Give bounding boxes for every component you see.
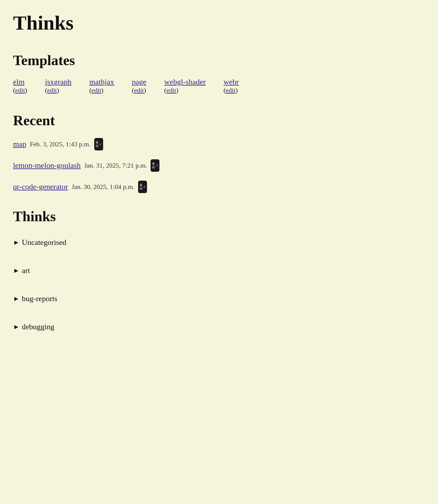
template-edit-link-page[interactable]: edit (134, 86, 144, 94)
template-link-mathjax[interactable]: mathjax (89, 78, 114, 86)
open-paren: ( (45, 86, 47, 94)
category-item-uncategorised[interactable]: ►Uncategorised (13, 234, 425, 251)
recent-section: Recent mapFeb. 3, 2025, 1:43 p.m.备份✓lemo… (13, 112, 425, 193)
category-arrow-uncategorised: ► (13, 239, 20, 246)
recent-date-map: Feb. 3, 2025, 1:43 p.m. (30, 140, 91, 148)
template-edit-row-webgl-shader: (edit) (164, 86, 206, 94)
template-edit-link-webr[interactable]: edit (226, 86, 235, 94)
category-name-art: art (22, 266, 30, 275)
recent-item-map: mapFeb. 3, 2025, 1:43 p.m.备份✓ (13, 138, 425, 150)
template-item-elm: elm(edit) (13, 78, 27, 94)
open-paren: ( (89, 86, 91, 94)
template-link-jsxgraph[interactable]: jsxgraph (45, 78, 72, 86)
template-edit-row-webr: (edit) (223, 86, 239, 94)
category-divider (13, 256, 425, 257)
recent-date-lemon-melon-goulash: Jan. 31, 2025, 7:21 p.m. (84, 162, 147, 169)
template-edit-link-webgl-shader[interactable]: edit (166, 86, 176, 94)
recent-link-qr-code-generator[interactable]: qr-code-generator (13, 182, 68, 191)
backup-badge-map: 备份✓ (94, 138, 103, 150)
template-edit-row-jsxgraph: (edit) (45, 86, 72, 94)
category-arrow-bug-reports: ► (13, 295, 20, 303)
template-item-jsxgraph: jsxgraph(edit) (45, 78, 72, 94)
category-divider (13, 313, 425, 313)
category-arrow-art: ► (13, 267, 20, 275)
template-link-webr[interactable]: webr (223, 78, 239, 86)
category-name-bug-reports: bug-reports (22, 294, 57, 303)
recent-link-lemon-melon-goulash[interactable]: lemon-melon-goulash (13, 161, 81, 170)
template-link-page[interactable]: page (132, 78, 146, 86)
recent-date-qr-code-generator: Jan. 30, 2025, 1:04 p.m. (72, 183, 135, 191)
template-item-page: page(edit) (132, 78, 146, 94)
backup-badge-qr-code-generator: 备份✓ (138, 181, 147, 193)
recent-heading: Recent (13, 112, 425, 129)
category-arrow-debugging: ► (13, 323, 20, 331)
close-paren: ) (144, 86, 146, 94)
close-paren: ) (101, 86, 103, 94)
close-paren: ) (176, 86, 178, 94)
thinks-section: Thinks ►Uncategorised►art►bug-reports►de… (13, 208, 425, 336)
templates-section: Templates elm(edit)jsxgraph(edit)mathjax… (13, 52, 425, 97)
template-item-mathjax: mathjax(edit) (89, 78, 114, 94)
recent-link-map[interactable]: map (13, 140, 26, 149)
template-link-webgl-shader[interactable]: webgl-shader (164, 78, 206, 86)
templates-grid: elm(edit)jsxgraph(edit)mathjax(edit)page… (13, 78, 425, 97)
category-item-debugging[interactable]: ►debugging (13, 318, 425, 336)
close-paren: ) (235, 86, 237, 94)
close-paren: ) (25, 86, 27, 94)
close-paren: ) (57, 86, 59, 94)
template-link-elm[interactable]: elm (13, 78, 27, 86)
templates-heading: Templates (13, 52, 425, 69)
thinks-categories: ►Uncategorised►art►bug-reports►debugging (13, 234, 425, 336)
template-edit-link-elm[interactable]: edit (15, 86, 25, 94)
category-item-bug-reports[interactable]: ►bug-reports (13, 290, 425, 307)
backup-badge-lemon-melon-goulash: 备份✗ (151, 159, 159, 172)
recent-item-lemon-melon-goulash: lemon-melon-goulashJan. 31, 2025, 7:21 p… (13, 159, 425, 172)
template-edit-row-elm: (edit) (13, 86, 27, 94)
thinks-heading: Thinks (13, 208, 425, 225)
category-name-uncategorised: Uncategorised (22, 238, 66, 247)
template-item-webr: webr(edit) (223, 78, 239, 94)
category-divider (13, 285, 425, 285)
category-name-debugging: debugging (22, 322, 55, 331)
template-edit-row-mathjax: (edit) (89, 86, 114, 94)
template-edit-row-page: (edit) (132, 86, 146, 94)
template-edit-link-mathjax[interactable]: edit (92, 86, 101, 94)
template-edit-link-jsxgraph[interactable]: edit (47, 86, 57, 94)
template-item-webgl-shader: webgl-shader(edit) (164, 78, 206, 94)
site-title: Thinks (13, 12, 425, 34)
recent-list: mapFeb. 3, 2025, 1:43 p.m.备份✓lemon-melon… (13, 138, 425, 193)
recent-item-qr-code-generator: qr-code-generatorJan. 30, 2025, 1:04 p.m… (13, 181, 425, 193)
category-item-art[interactable]: ►art (13, 262, 425, 279)
